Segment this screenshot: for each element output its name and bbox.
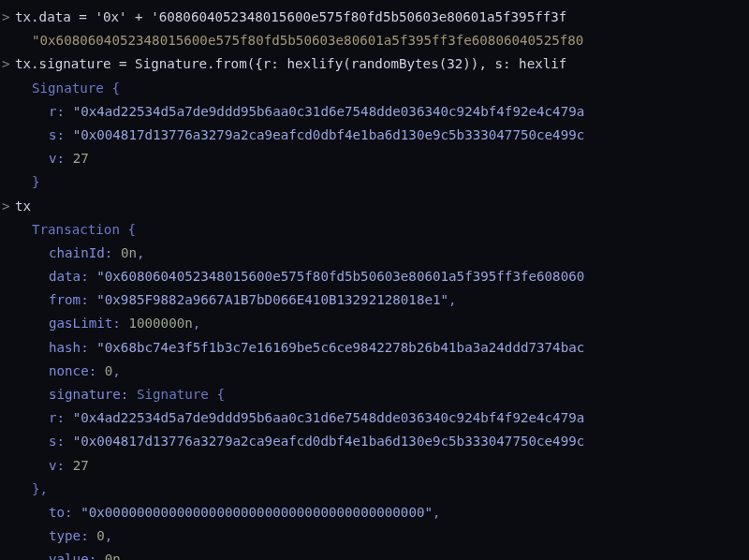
- repl-output-line: "0x6080604052348015600e575f80fd5b50603e8…: [0, 29, 749, 52]
- prompt-caret: >: [0, 195, 15, 218]
- brace-close: },: [15, 481, 48, 496]
- object-key: data:: [49, 269, 96, 284]
- object-key: from:: [49, 292, 96, 307]
- object-value: 0n: [121, 245, 137, 260]
- object-key: v:: [49, 151, 73, 166]
- object-value: "0x6080604052348015600e575f80fd5b50603e8…: [96, 269, 584, 284]
- object-value: 27: [73, 458, 89, 473]
- repl-output-line: chainId: 0n,: [0, 242, 749, 265]
- repl-output-line: type: 0,: [0, 524, 749, 548]
- object-key: r:: [49, 104, 73, 119]
- object-value: "0x985F9882a9667A1B7bD066E410B1329212801…: [96, 292, 448, 307]
- object-key: s:: [49, 127, 73, 142]
- output-string: "0x6080604052348015600e575f80fd5b50603e8…: [15, 33, 583, 48]
- class-name: Signature {: [137, 387, 225, 402]
- repl-output-line: r: "0x4ad22534d5a7de9ddd95b6aa0c31d6e754…: [0, 100, 749, 124]
- repl-input-line[interactable]: >tx: [0, 195, 749, 218]
- object-value: "0x4ad22534d5a7de9ddd95b6aa0c31d6e7548dd…: [73, 410, 585, 425]
- input-text: tx.data = '0x' + '6080604052348015600e57…: [15, 9, 566, 24]
- object-value: 1000000n: [128, 316, 192, 331]
- repl-output-line: v: 27: [0, 454, 749, 478]
- repl-output-line: value: 0n: [0, 548, 749, 560]
- object-value: "0x4ad22534d5a7de9ddd95b6aa0c31d6e7548dd…: [73, 104, 585, 119]
- repl-output-line: },: [0, 478, 749, 501]
- prompt-caret: >: [0, 52, 15, 76]
- repl-output-line: r: "0x4ad22534d5a7de9ddd95b6aa0c31d6e754…: [0, 406, 749, 430]
- repl-output-line: signature: Signature {: [0, 383, 749, 406]
- class-name: Signature {: [15, 81, 120, 96]
- object-key: gasLimit:: [49, 316, 128, 331]
- object-key: chainId:: [49, 245, 121, 260]
- object-key: signature:: [49, 387, 137, 402]
- object-value: 0: [96, 528, 105, 543]
- repl-output-line: v: 27: [0, 147, 749, 170]
- object-key: type:: [49, 528, 96, 543]
- object-value: "0x004817d13776a3279a2ca9eafcd0dbf4e1ba6…: [73, 434, 585, 449]
- object-value: 27: [73, 151, 89, 166]
- object-value: 0n: [105, 552, 121, 560]
- input-text: tx: [15, 199, 31, 214]
- repl-input-line[interactable]: >tx.data = '0x' + '6080604052348015600e5…: [0, 6, 749, 29]
- class-name: Transaction {: [15, 222, 136, 237]
- repl-output-line: data: "0x6080604052348015600e575f80fd5b5…: [0, 265, 749, 288]
- repl-output-line: nonce: 0,: [0, 360, 749, 383]
- repl-output-line: s: "0x004817d13776a3279a2ca9eafcd0dbf4e1…: [0, 430, 749, 453]
- repl-output-line: to: "0x000000000000000000000000000000000…: [0, 501, 749, 524]
- object-value: "0x0000000000000000000000000000000000000…: [81, 505, 433, 520]
- object-key: nonce:: [49, 363, 105, 378]
- object-key: r:: [49, 410, 73, 425]
- object-key: to:: [49, 505, 81, 520]
- repl-output-line: }: [0, 170, 749, 194]
- repl-output-line: from: "0x985F9882a9667A1B7bD066E410B1329…: [0, 288, 749, 312]
- object-value: "0x68bc74e3f5f1b3c7e16169be5c6ce9842278b…: [96, 340, 584, 355]
- repl-output-line: Signature {: [0, 77, 749, 100]
- repl-output-line: Transaction {: [0, 218, 749, 242]
- object-key: hash:: [49, 340, 96, 355]
- prompt-caret: >: [0, 6, 15, 29]
- repl-output-line: s: "0x004817d13776a3279a2ca9eafcd0dbf4e1…: [0, 124, 749, 147]
- brace-close: }: [15, 174, 40, 189]
- object-value: "0x004817d13776a3279a2ca9eafcd0dbf4e1ba6…: [73, 127, 585, 142]
- object-key: value:: [49, 552, 105, 560]
- terminal-output[interactable]: >tx.data = '0x' + '6080604052348015600e5…: [0, 0, 749, 560]
- object-key: s:: [49, 434, 73, 449]
- repl-output-line: gasLimit: 1000000n,: [0, 312, 749, 335]
- repl-input-line[interactable]: >tx.signature = Signature.from({r: hexli…: [0, 52, 749, 76]
- object-key: v:: [49, 458, 73, 473]
- repl-output-line: hash: "0x68bc74e3f5f1b3c7e16169be5c6ce98…: [0, 336, 749, 360]
- input-text: tx.signature = Signature.from({r: hexlif…: [15, 56, 566, 71]
